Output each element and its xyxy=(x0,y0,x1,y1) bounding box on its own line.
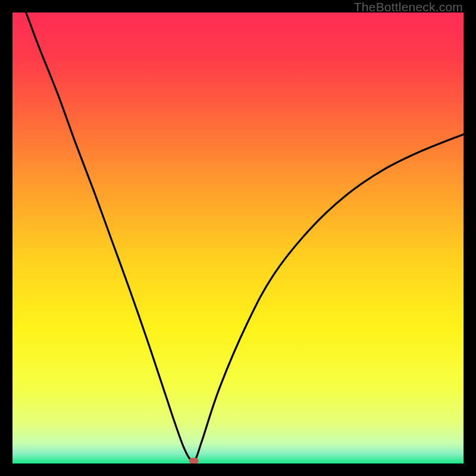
chart-frame xyxy=(12,12,464,464)
optimal-point-marker xyxy=(189,458,199,464)
bottleneck-chart xyxy=(12,12,464,464)
gradient-background xyxy=(12,12,464,464)
watermark-text: TheBottleneck.com xyxy=(354,0,463,14)
